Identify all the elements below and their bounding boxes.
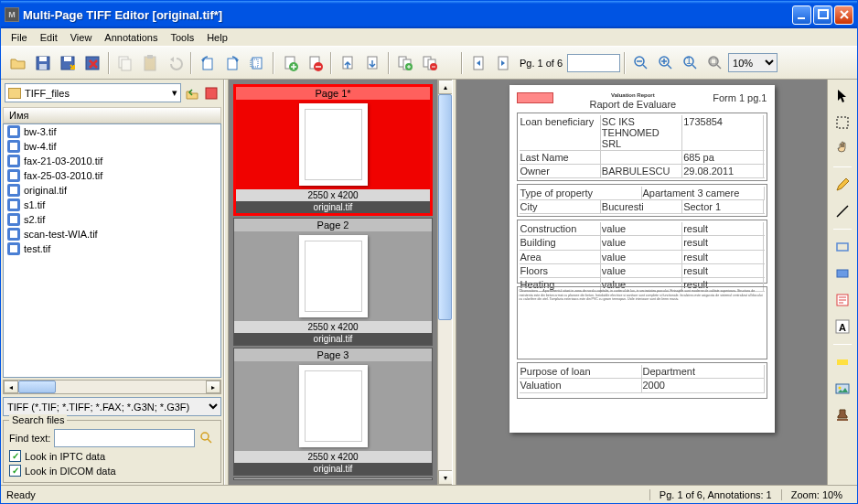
zoom-select[interactable]: 10% — [728, 53, 778, 72]
page-up-button[interactable] — [336, 51, 359, 75]
copy-button[interactable] — [113, 51, 137, 75]
highlight-tool[interactable] — [831, 351, 853, 373]
status-pages: Pg. 1 of 6, Annotations: 1 — [649, 489, 781, 500]
page-input[interactable] — [567, 54, 620, 72]
file-item[interactable]: bw-3.tif — [4, 124, 220, 139]
menu-help[interactable]: Help — [200, 30, 234, 45]
folder-dropdown[interactable]: TIFF_files ▾ — [5, 83, 181, 102]
zoom-in-button[interactable] — [654, 51, 678, 75]
tiff-file-icon — [7, 155, 20, 167]
line-tool[interactable] — [831, 200, 853, 222]
tiff-file-icon — [7, 213, 20, 226]
title-bar: M Multi-Page TIFF Editor [original.tif*] — [1, 1, 857, 28]
file-item[interactable]: s1.tif — [4, 198, 220, 212]
menu-file[interactable]: File — [5, 30, 34, 45]
file-item[interactable]: scan-test-WIA.tif — [4, 227, 220, 241]
page-thumbnail[interactable]: Page 4 — [233, 477, 433, 480]
svg-rect-44 — [837, 359, 848, 365]
pencil-tool[interactable] — [831, 174, 853, 196]
select-area-tool[interactable] — [831, 112, 853, 134]
close-button[interactable] — [834, 5, 853, 25]
note-tool[interactable] — [831, 289, 853, 311]
file-list[interactable]: bw-3.tif bw-4.tif fax-21-03-2010.tif fax… — [3, 123, 221, 378]
open-button[interactable] — [6, 51, 30, 75]
page-thumbnail[interactable]: Page 2 2550 x 4200 original.tif — [233, 218, 433, 346]
zoom-fit-button[interactable] — [703, 51, 727, 75]
zoom-out-button[interactable] — [629, 51, 653, 75]
tiff-file-icon — [7, 125, 20, 138]
stamp-tool[interactable] — [831, 404, 853, 426]
thumb-image — [299, 365, 368, 447]
scroll-left-icon[interactable]: ◂ — [4, 381, 18, 393]
thumbs-vscrollbar[interactable]: ▴ ▾ — [437, 80, 452, 485]
folder-up-button[interactable] — [184, 85, 200, 102]
zoom-actual-button[interactable]: 1 — [679, 51, 702, 75]
page-thumbnail[interactable]: Page 3 2550 x 4200 original.tif — [233, 348, 433, 476]
next-page-button[interactable] — [491, 51, 515, 75]
menu-view[interactable]: View — [64, 30, 99, 45]
menu-annotations[interactable]: Annotations — [98, 30, 164, 45]
add-page-button[interactable] — [278, 51, 302, 75]
undo-button[interactable] — [163, 51, 187, 75]
filelist-hscrollbar[interactable]: ◂ ▸ — [3, 380, 221, 394]
document-page: Valuation Report Raport de Evaluare Form… — [509, 85, 775, 433]
menu-tools[interactable]: Tools — [164, 30, 200, 45]
svg-rect-13 — [228, 59, 237, 70]
delete-button[interactable] — [80, 51, 104, 75]
file-item[interactable]: original.tif — [4, 183, 220, 198]
insert-after-button[interactable] — [418, 51, 442, 75]
tiff-file-icon — [7, 198, 20, 211]
maximize-button[interactable] — [813, 5, 832, 25]
svg-rect-39 — [837, 243, 848, 251]
rotate-left-button[interactable] — [196, 51, 220, 75]
thumb-filename: original.tif — [236, 201, 430, 213]
text-tool[interactable]: A — [831, 316, 853, 338]
page-thumbnail[interactable]: Page 1* 2550 x 4200 original.tif — [233, 84, 433, 216]
svg-rect-10 — [145, 57, 156, 70]
file-item[interactable]: fax-25-03-2010.tif — [4, 168, 220, 183]
dicom-checkbox[interactable]: ✓ — [9, 465, 21, 477]
scroll-right-icon[interactable]: ▸ — [206, 381, 220, 393]
search-legend: Search files — [9, 414, 67, 425]
minimize-button[interactable] — [792, 5, 811, 25]
iptc-checkbox[interactable]: ✓ — [9, 450, 21, 462]
hand-tool[interactable] — [831, 138, 853, 160]
filelist-header-name[interactable]: Имя — [3, 107, 221, 123]
crop-button[interactable] — [245, 51, 269, 75]
file-filter-select[interactable]: TIFF (*.TIF; *.TIFF; *.FAX; *.G3N; *.G3F… — [3, 397, 221, 416]
page-preview[interactable]: Valuation Report Raport de Evaluare Form… — [456, 80, 827, 485]
file-item[interactable]: fax-21-03-2010.tif — [4, 154, 220, 168]
thumb-filename: original.tif — [234, 463, 432, 475]
prev-page-button[interactable] — [467, 51, 490, 75]
save-as-button[interactable] — [56, 51, 80, 75]
svg-text:A: A — [839, 322, 846, 333]
save-button[interactable] — [31, 51, 55, 75]
filled-rectangle-tool[interactable] — [831, 263, 853, 284]
rotate-right-button[interactable] — [220, 51, 244, 75]
page-down-button[interactable] — [360, 51, 384, 75]
scroll-up-icon[interactable]: ▴ — [438, 80, 453, 94]
thumb-title: Page 1* — [236, 87, 430, 100]
main-toolbar: Pg. 1 of 6 1 10% — [1, 47, 857, 80]
svg-rect-9 — [122, 59, 131, 70]
pointer-tool[interactable] — [831, 85, 853, 107]
remove-page-button[interactable] — [303, 51, 327, 75]
rectangle-tool[interactable] — [831, 236, 853, 258]
find-text-label: Find text: — [9, 433, 50, 444]
image-tool[interactable] — [831, 378, 853, 400]
menu-edit[interactable]: Edit — [34, 30, 64, 45]
file-item[interactable]: bw-4.tif — [4, 139, 220, 154]
find-text-input[interactable] — [54, 429, 195, 447]
refresh-folder-button[interactable] — [203, 85, 220, 102]
file-item[interactable]: s2.tif — [4, 212, 220, 227]
chevron-down-icon: ▾ — [172, 87, 177, 99]
scroll-down-icon[interactable]: ▾ — [438, 470, 453, 485]
svg-rect-3 — [39, 57, 47, 61]
insert-before-button[interactable] — [393, 51, 417, 75]
thumb-dimensions: 2550 x 4200 — [234, 451, 432, 463]
file-item[interactable]: test.tif — [4, 241, 220, 256]
svg-rect-0 — [798, 17, 805, 19]
find-button[interactable] — [198, 430, 215, 446]
thumb-title: Page 4 — [234, 478, 432, 480]
paste-button[interactable] — [138, 51, 162, 75]
